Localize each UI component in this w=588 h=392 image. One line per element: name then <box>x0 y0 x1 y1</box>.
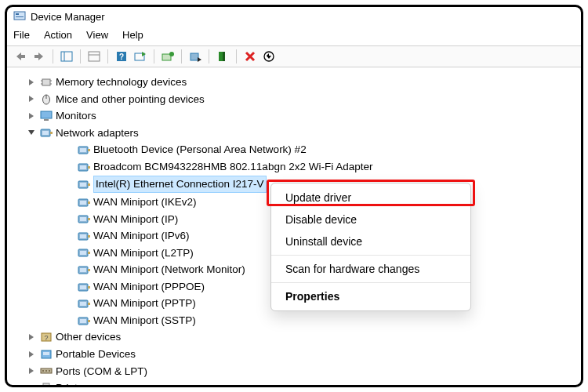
svg-rect-53 <box>88 201 90 204</box>
svg-marker-25 <box>267 56 271 59</box>
expand-icon <box>64 315 74 326</box>
svg-rect-73 <box>80 319 86 323</box>
svg-rect-0 <box>14 12 25 20</box>
device-item[interactable]: WAN Miniport (SSTP) <box>26 312 578 329</box>
device-category[interactable]: Portable Devices <box>26 346 578 363</box>
expand-icon <box>64 179 74 190</box>
menu-update-driver[interactable]: Update driver <box>271 187 470 209</box>
help-button[interactable]: ? <box>113 49 130 64</box>
svg-marker-81 <box>29 368 34 374</box>
nic-icon <box>78 315 90 326</box>
tree-item-label: Monitors <box>56 108 96 124</box>
nic-icon <box>78 179 90 190</box>
svg-rect-62 <box>88 252 90 254</box>
expand-icon[interactable] <box>26 383 37 387</box>
device-category[interactable]: Print queues <box>26 379 578 387</box>
device-category[interactable]: ?Other devices <box>26 328 578 346</box>
menu-scan-hardware[interactable]: Scan for hardware changes <box>271 258 470 280</box>
forward-button[interactable] <box>31 49 48 64</box>
svg-rect-64 <box>80 268 86 272</box>
menu-properties[interactable]: Properties <box>271 285 470 307</box>
expand-icon[interactable] <box>26 111 37 122</box>
monitor-icon <box>40 111 53 122</box>
device-category[interactable]: Memory technology devices <box>26 74 578 91</box>
tree-item-label: Intel(R) Ethernet Connection I217-V <box>93 176 267 193</box>
menu-file[interactable]: File <box>13 29 30 41</box>
tree-item-label: WAN Miniport (PPPOE) <box>93 279 205 295</box>
svg-rect-47 <box>88 166 90 169</box>
svg-rect-40 <box>42 131 49 135</box>
enable-button[interactable] <box>214 49 231 64</box>
svg-rect-87 <box>42 387 51 387</box>
tree-item-label: Ports (COM & LPT) <box>56 364 147 379</box>
uninstall-button[interactable] <box>241 49 259 64</box>
expand-icon <box>64 213 74 224</box>
svg-rect-20 <box>223 52 225 61</box>
menu-separator <box>271 282 470 283</box>
app-icon <box>13 10 26 23</box>
toolbar-separator <box>154 49 154 64</box>
svg-rect-65 <box>88 269 90 271</box>
back-button[interactable] <box>12 49 29 64</box>
device-category[interactable]: Ports (COM & LPT) <box>26 363 578 380</box>
expand-icon <box>64 281 74 292</box>
svg-rect-44 <box>88 149 90 151</box>
scan-button[interactable] <box>132 49 149 64</box>
device-item[interactable]: Broadcom BCM943228HMB 802.11abgn 2x2 Wi-… <box>26 158 578 176</box>
device-category[interactable]: Mice and other pointing devices <box>26 91 578 108</box>
other-icon: ? <box>40 332 53 343</box>
nic-icon <box>78 298 90 309</box>
expand-icon <box>64 264 74 275</box>
nic-icon <box>78 281 90 292</box>
menu-uninstall-device[interactable]: Uninstall device <box>271 230 470 252</box>
svg-marker-38 <box>28 130 34 135</box>
tree-item-label: WAN Miniport (Network Monitor) <box>93 262 245 278</box>
nic-icon <box>78 247 90 258</box>
svg-rect-46 <box>80 165 86 169</box>
properties-button[interactable] <box>85 49 103 64</box>
svg-marker-26 <box>29 79 34 85</box>
disable-button[interactable] <box>187 49 204 64</box>
svg-rect-61 <box>80 251 86 255</box>
expand-icon[interactable] <box>26 127 37 138</box>
svg-rect-55 <box>80 217 86 221</box>
toolbar-separator <box>181 49 182 64</box>
svg-rect-37 <box>44 119 49 121</box>
menu-view[interactable]: View <box>86 29 108 41</box>
menu-help[interactable]: Help <box>122 29 143 41</box>
menu-action[interactable]: Action <box>44 29 72 41</box>
nic-icon <box>78 230 90 241</box>
nic-icon <box>78 213 90 224</box>
expand-icon <box>64 230 74 241</box>
portable-icon <box>40 349 53 360</box>
tree-item-label: Network adapters <box>56 125 139 141</box>
svg-rect-50 <box>88 183 90 186</box>
svg-rect-59 <box>88 235 90 238</box>
svg-rect-80 <box>43 352 49 355</box>
svg-rect-67 <box>80 285 86 289</box>
svg-rect-4 <box>21 55 25 58</box>
tree-item-label: WAN Miniport (SSTP) <box>93 313 196 328</box>
svg-marker-35 <box>29 113 34 119</box>
device-category[interactable]: Monitors <box>26 107 578 125</box>
expand-icon[interactable] <box>26 93 37 104</box>
device-item[interactable]: Bluetooth Device (Personal Area Network)… <box>26 141 578 158</box>
menu-disable-device[interactable]: Disable device <box>271 209 470 230</box>
svg-point-16 <box>169 52 174 56</box>
expand-icon[interactable] <box>26 332 37 343</box>
mouse-icon <box>40 93 53 104</box>
expand-icon <box>64 197 74 208</box>
tree-item-label: Other devices <box>56 329 121 345</box>
tree-item-label: WAN Miniport (L2TP) <box>93 245 194 261</box>
update-driver-button[interactable] <box>159 49 176 64</box>
expand-icon[interactable] <box>26 349 37 360</box>
svg-text:?: ? <box>44 334 48 342</box>
show-hidden-button[interactable] <box>58 49 75 64</box>
expand-icon[interactable] <box>26 77 37 88</box>
nic-icon <box>40 127 53 138</box>
toolbar: ? <box>7 45 581 67</box>
expand-icon[interactable] <box>26 365 37 376</box>
svg-rect-49 <box>80 183 86 187</box>
device-category[interactable]: Network adapters <box>26 125 578 142</box>
action-button[interactable] <box>260 49 278 64</box>
